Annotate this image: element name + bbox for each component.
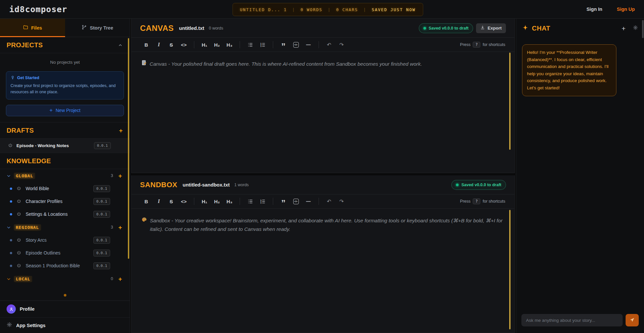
sidebar-footer: Profile App Settings	[0, 300, 130, 333]
knowledge-item[interactable]: Episode Outlines0.0.1	[0, 247, 130, 259]
knowledge-group-global[interactable]: GLOBAL3+	[0, 169, 130, 182]
italic-button[interactable]: I	[153, 40, 164, 50]
ordered-list-button[interactable]: 123	[257, 40, 268, 50]
export-button[interactable]: Export	[476, 23, 506, 33]
bold-button[interactable]: B	[141, 196, 152, 206]
undo-button[interactable]: ↶	[323, 40, 335, 50]
knowledge-group-local[interactable]: LOCAL0+	[0, 272, 130, 285]
toolbar-separator	[273, 198, 273, 205]
auth-links: Sign In Sign Up	[586, 7, 635, 12]
knowledge-item-name: Character Profiles	[26, 199, 93, 204]
chat-settings-gear-icon[interactable]	[633, 25, 638, 32]
projects-section: PROJECTS No projects yet Get Started Cre…	[0, 37, 130, 116]
branch-icon	[82, 25, 87, 31]
canvas-save-status: Saved v0.0.0 to draft	[419, 23, 473, 33]
toolbar-separator	[273, 41, 273, 48]
toolbar-separator	[240, 41, 240, 48]
add-knowledge-button[interactable]: +	[118, 276, 122, 282]
send-button[interactable]	[626, 314, 639, 326]
group-count: 0	[111, 277, 113, 281]
group-label: LOCAL	[14, 276, 32, 282]
add-knowledge-button[interactable]: +	[118, 224, 122, 231]
heading-1-button[interactable]: H₁	[199, 40, 210, 50]
sidebar-scrollbar[interactable]	[128, 38, 129, 259]
avatar	[7, 304, 16, 314]
version-badge: 0.0.1	[93, 211, 110, 218]
code-block-button[interactable]: <>	[290, 196, 301, 206]
sandbox-filename[interactable]: untitled-sandbox.txt	[183, 182, 230, 188]
knowledge-item[interactable]: Season 1 Production Bible0.0.1	[0, 259, 130, 272]
status-doc-name: UNTITLED D... 1	[240, 7, 287, 12]
sandbox-header: SANDBOX untitled-sandbox.txt 1 words Sav…	[131, 175, 514, 194]
profile-button[interactable]: Profile	[0, 301, 130, 318]
heading-3-button[interactable]: H₃	[224, 40, 235, 50]
draft-item[interactable]: Episode - Working Notes0.0.1	[0, 139, 130, 153]
sandbox-scrollbar[interactable]	[509, 210, 511, 329]
bullet-list-button[interactable]	[245, 196, 256, 206]
inline-code-button[interactable]: <>	[178, 40, 189, 50]
new-project-button[interactable]: + New Project	[6, 105, 124, 116]
sign-up-button[interactable]: Sign Up	[617, 7, 635, 12]
bold-button[interactable]: B	[141, 40, 152, 50]
heading-2-button[interactable]: H₂	[211, 196, 223, 206]
undo-button[interactable]: ↶	[323, 196, 335, 206]
canvas-header: CANVAS untitled.txt 0 words Saved v0.0.0…	[131, 19, 514, 37]
knowledge-item[interactable]: Character Profiles0.0.1	[0, 195, 130, 208]
ordered-list-button[interactable]: 123	[257, 196, 268, 206]
chat-input[interactable]	[521, 314, 623, 326]
canvas-filename[interactable]: untitled.txt	[179, 25, 204, 31]
horizontal-rule-button[interactable]: —	[303, 196, 314, 206]
strikethrough-button[interactable]: S	[166, 40, 177, 50]
status-saved: SAVED JUST NOW	[372, 7, 416, 12]
add-draft-button[interactable]: +	[119, 127, 123, 134]
chat-header: CHAT +	[516, 19, 644, 38]
tab-story-tree-label: Story Tree	[90, 25, 113, 31]
main-area: CANVAS untitled.txt 0 words Saved v0.0.0…	[130, 19, 516, 333]
sandbox-panel: SANDBOX untitled-sandbox.txt 1 words Sav…	[131, 175, 515, 333]
sign-in-button[interactable]: Sign In	[586, 7, 602, 12]
window-scrollbar[interactable]	[642, 20, 644, 38]
question-key-badge[interactable]: ?	[473, 42, 480, 48]
italic-button[interactable]: I	[153, 196, 164, 206]
canvas-editor[interactable]: Canvas - Your polished final draft goes …	[131, 52, 514, 173]
add-knowledge-button[interactable]: +	[118, 173, 122, 179]
power-icon	[16, 199, 21, 204]
knowledge-item[interactable]: World Bible0.0.1	[0, 182, 130, 195]
strikethrough-button[interactable]: S	[166, 196, 177, 206]
code-block-button[interactable]: <>	[290, 40, 301, 50]
sandbox-editor[interactable]: Sandbox - Your creative workspace! Brain…	[131, 209, 514, 333]
redo-button[interactable]: ↷	[336, 196, 347, 206]
redo-button[interactable]: ↷	[336, 40, 347, 50]
app-settings-button[interactable]: App Settings	[0, 318, 130, 333]
shortcuts-hint: Press?for shortcuts	[460, 42, 505, 48]
heading-3-button[interactable]: H₃	[224, 196, 235, 206]
topbar: id8composer UNTITLED D... 1 | 0 WORDS | …	[0, 0, 644, 19]
tab-files[interactable]: Files	[0, 19, 65, 37]
tab-files-label: Files	[31, 25, 42, 31]
heading-1-button[interactable]: H₁	[199, 196, 210, 206]
memo-icon	[141, 60, 147, 68]
new-chat-button[interactable]: +	[622, 25, 626, 32]
canvas-scrollbar[interactable]	[509, 53, 511, 150]
svg-text:3: 3	[260, 202, 261, 204]
knowledge-group-regional[interactable]: REGIONAL3+	[0, 221, 130, 234]
status-separator: |	[328, 7, 331, 12]
toolbar-separator	[319, 198, 319, 205]
bullet-list-button[interactable]	[245, 40, 256, 50]
blockquote-button[interactable]: ”	[278, 196, 289, 206]
tab-story-tree[interactable]: Story Tree	[65, 19, 130, 37]
question-key-badge[interactable]: ?	[473, 198, 480, 204]
app-logo: id8composer	[9, 5, 67, 14]
heading-2-button[interactable]: H₂	[211, 40, 223, 50]
inline-code-button[interactable]: <>	[178, 196, 189, 206]
shortcuts-hint: Press?for shortcuts	[460, 198, 505, 204]
status-separator: |	[363, 7, 367, 12]
sandbox-save-status: Saved v0.0.0 to draft	[451, 180, 506, 190]
blockquote-button[interactable]: ”	[278, 40, 289, 50]
knowledge-item[interactable]: Settings & Locations0.0.1	[0, 208, 130, 221]
knowledge-item[interactable]: Story Arcs0.0.1	[0, 234, 130, 247]
knowledge-header: KNOWLEDGE	[0, 153, 130, 169]
horizontal-rule-button[interactable]: —	[303, 40, 314, 50]
collapse-chevron-icon[interactable]	[118, 43, 123, 48]
bullet-dot-icon	[10, 200, 12, 203]
